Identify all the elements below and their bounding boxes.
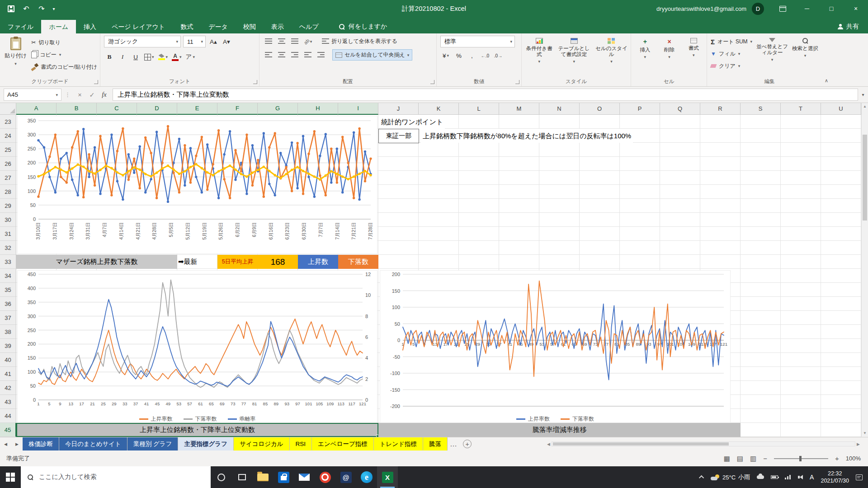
- delete-cells-button[interactable]: × 削除 ▾: [664, 36, 675, 77]
- format-painter-button[interactable]: 書式のコピー/貼り付け: [31, 62, 97, 72]
- fill-color-button[interactable]: ▾: [157, 52, 169, 62]
- sort-filter-button[interactable]: 並べ替えとフィルター ▾: [756, 36, 788, 77]
- formula-input[interactable]: 上昇率上位銘柄数・下降率上位変動数: [113, 89, 858, 101]
- horizontal-scrollbar[interactable]: ◀ ▶: [547, 437, 868, 450]
- zoom-out-button[interactable]: −: [763, 455, 767, 462]
- row-header-26[interactable]: 26: [0, 157, 16, 171]
- cell-K24[interactable]: 上昇銘柄数下降銘柄数が80%を超えた場合には翌日の反転率は100%: [421, 129, 633, 143]
- network-icon[interactable]: [785, 475, 791, 479]
- column-header-B[interactable]: B: [57, 103, 97, 115]
- column-header-J[interactable]: J: [378, 103, 419, 115]
- column-header-M[interactable]: M: [499, 103, 539, 115]
- share-button[interactable]: 共有: [838, 20, 868, 33]
- cell-F33-avg-label[interactable]: 5日平均上昇: [217, 255, 258, 269]
- task-view-button[interactable]: [231, 466, 252, 488]
- add-sheet-button[interactable]: +: [463, 440, 472, 448]
- row-header-34[interactable]: 34: [0, 269, 16, 283]
- row-header-39[interactable]: 39: [0, 339, 16, 353]
- vertical-scrollbar[interactable]: ▲ ▼: [861, 103, 868, 437]
- cell-A45-title[interactable]: 上昇率上位銘柄数・下降率上位変動数: [16, 423, 378, 437]
- scroll-up-icon[interactable]: ▲: [862, 103, 868, 110]
- row-header-24[interactable]: 24: [0, 129, 16, 143]
- sheet-tab-エンベロープ指標[interactable]: エンベロープ指標: [312, 437, 374, 450]
- row-header-43[interactable]: 43: [0, 395, 16, 409]
- bold-button[interactable]: B: [104, 52, 115, 62]
- more-sheets-indicator[interactable]: …: [448, 437, 459, 450]
- weather-widget[interactable]: 25°C 小雨: [711, 473, 750, 481]
- insert-cells-button[interactable]: + 挿入 ▾: [640, 36, 650, 77]
- account-avatar[interactable]: D: [752, 3, 764, 15]
- taskbar-clock[interactable]: 22:32 2021/07/30: [821, 470, 849, 485]
- dialog-launcher-icon[interactable]: [94, 80, 98, 84]
- zoom-level[interactable]: 100%: [846, 455, 861, 462]
- page-break-view-button[interactable]: ▥: [750, 455, 756, 463]
- cut-button[interactable]: ✂切り取り: [31, 38, 97, 47]
- row-header-32[interactable]: 32: [0, 241, 16, 255]
- number-format-select[interactable]: 標準▾: [440, 36, 515, 47]
- row-header-45[interactable]: 45: [0, 423, 16, 437]
- maximize-button[interactable]: □: [819, 0, 844, 17]
- normal-view-button[interactable]: ▦: [724, 455, 730, 463]
- cell-H33-up-badge[interactable]: 上昇数: [298, 255, 338, 269]
- cell-J23[interactable]: 統計的ワンポイント: [379, 115, 445, 129]
- sheet-tab-業種別 グラフ[interactable]: 業種別 グラフ: [127, 437, 179, 450]
- cell-styles-button[interactable]: セルのスタイル ▾: [595, 36, 628, 77]
- cortana-button[interactable]: [211, 466, 231, 488]
- increase-indent-button[interactable]: [316, 50, 326, 61]
- onedrive-icon[interactable]: [757, 475, 764, 479]
- zoom-slider[interactable]: [774, 455, 828, 462]
- sheet-tab-RSI[interactable]: RSI: [290, 437, 312, 450]
- scroll-down-icon[interactable]: ▼: [862, 430, 868, 437]
- row-header-38[interactable]: 38: [0, 325, 16, 339]
- borders-button[interactable]: ▾: [143, 52, 155, 62]
- scrollbar-thumb[interactable]: [863, 135, 867, 221]
- account-email[interactable]: dryyourtearswithlove1@gmail.com: [656, 5, 746, 12]
- dialog-launcher-icon[interactable]: [430, 80, 434, 84]
- collapse-ribbon-button[interactable]: ∧: [825, 78, 828, 84]
- row-header-29[interactable]: 29: [0, 199, 16, 213]
- column-header-C[interactable]: C: [97, 103, 137, 115]
- formula-bar-handle[interactable]: ⋮: [61, 91, 74, 98]
- column-header-F[interactable]: F: [217, 103, 258, 115]
- ribbon-tab-データ[interactable]: データ: [201, 20, 236, 33]
- row-header-37[interactable]: 37: [0, 311, 16, 325]
- cell-I33-down-badge[interactable]: 下落数: [338, 255, 378, 269]
- column-header-H[interactable]: H: [298, 103, 338, 115]
- action-center-icon[interactable]: [856, 474, 863, 480]
- undo-button[interactable]: ↶: [19, 1, 33, 16]
- tell-me-search[interactable]: 何をしますか: [339, 20, 387, 33]
- format-as-table-button[interactable]: テーブルとして書式設定 ▾: [557, 36, 591, 77]
- conditional-formatting-button[interactable]: 条件付き書式 ▾: [525, 36, 553, 77]
- ribbon-tab-ヘルプ[interactable]: ヘルプ: [292, 20, 326, 33]
- formula-bar-expand-button[interactable]: ▾: [858, 92, 868, 97]
- sheet-tab-騰落[interactable]: 騰落: [423, 437, 448, 450]
- ribbon-tab-挿入[interactable]: 挿入: [76, 20, 104, 33]
- select-all-corner[interactable]: [0, 103, 16, 115]
- font-family-select[interactable]: 游ゴシック▾: [104, 36, 181, 47]
- format-cells-button[interactable]: 書式 ▾: [689, 36, 699, 77]
- accounting-format-button[interactable]: ¥▾: [440, 50, 451, 61]
- cell-A33-title[interactable]: マザーズ銘柄上昇数下落数: [16, 255, 177, 269]
- row-header-27[interactable]: 27: [0, 171, 16, 185]
- dialog-launcher-icon[interactable]: [253, 80, 257, 84]
- sheet-tab-株価診断[interactable]: 株価診断: [23, 437, 59, 450]
- cell-E33-latest[interactable]: ➡最新: [177, 255, 217, 269]
- row-header-35[interactable]: 35: [0, 283, 16, 297]
- sheet-nav-left[interactable]: ◀: [0, 437, 11, 450]
- column-header-G[interactable]: G: [258, 103, 298, 115]
- row-header-42[interactable]: 42: [0, 381, 16, 395]
- clear-button[interactable]: クリア▾: [711, 61, 752, 71]
- file-explorer-button[interactable]: [252, 466, 273, 488]
- edge-button[interactable]: e: [356, 466, 377, 488]
- row-header-31[interactable]: 31: [0, 227, 16, 241]
- column-header-S[interactable]: S: [741, 103, 781, 115]
- wrap-text-button[interactable]: 折り返して全体を表示する: [319, 36, 400, 47]
- column-header-L[interactable]: L: [459, 103, 499, 115]
- volume-icon[interactable]: [798, 475, 803, 479]
- percent-style-button[interactable]: %: [453, 50, 464, 61]
- chart-updown-rates[interactable]: 0501001502002503003504004500246810121591…: [17, 270, 377, 423]
- middle-align-button[interactable]: [276, 36, 287, 47]
- italic-button[interactable]: I: [117, 52, 128, 62]
- scrollbar-track[interactable]: [552, 441, 855, 446]
- column-header-R[interactable]: R: [700, 103, 741, 115]
